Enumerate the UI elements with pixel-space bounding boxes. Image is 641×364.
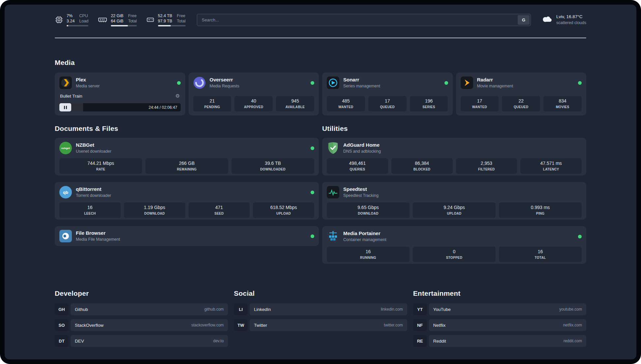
stat-pending: 21 PENDING [193, 96, 231, 111]
stat-movies: 834 MOVIES [543, 96, 582, 111]
playback-progress-bar[interactable]: 24:44 / 02:06:47 [59, 103, 181, 111]
bookmark-reddit[interactable]: RE Reddit reddit.com [413, 335, 586, 347]
plex-card[interactable]: Plex Media server Bullet Train ⚙ [55, 73, 185, 115]
card-title: Plex [76, 76, 100, 83]
section-documents: Documents & Files nzbget NZBGet Usenet d… [55, 125, 319, 270]
stat-latency: 47.571 ms LATENCY [520, 158, 582, 174]
bookmark-name: Netflix [433, 323, 446, 328]
cpu-load-label: Load [79, 18, 88, 24]
stat-remaining: 266 GB REMAINING [145, 158, 228, 174]
disk-total-label: Total [177, 18, 185, 24]
pause-button[interactable] [59, 103, 71, 111]
stat-wanted: 17 WANTED [461, 96, 499, 111]
qbittorrent-card[interactable]: qb qBittorrent Torrent downloader 16 [55, 182, 319, 220]
bookmark-github[interactable]: GH Github github.com [55, 303, 228, 315]
portainer-card[interactable]: Media Portainer Container management 16 … [322, 226, 586, 264]
bookmark-name: Github [75, 307, 88, 312]
bookmark-url: reddit.com [564, 339, 582, 343]
bookmark-abbr: DT [55, 335, 69, 347]
bookmark-url: youtube.com [559, 307, 582, 312]
nzbget-card[interactable]: nzbget NZBGet Usenet downloader 744.21 M… [55, 138, 319, 175]
bookmark-abbr: NF [413, 319, 427, 331]
bookmark-name: Twitter [254, 323, 267, 328]
disk-usage-bar [158, 25, 186, 26]
weather-widget: Lviv, 16.87°C scattered clouds [541, 14, 586, 25]
stat-ping: 0.993 ms PING [499, 202, 582, 218]
bookmark-abbr: GH [55, 303, 69, 315]
sonarr-card[interactable]: Sonarr Series management 485 WANTED [322, 73, 453, 115]
card-title: Speedtest [343, 186, 379, 193]
card-title: File Browser [76, 230, 120, 236]
card-title: Sonarr [343, 76, 380, 83]
stat-queued: 22 QUEUED [502, 96, 540, 111]
card-title: NZBGet [76, 142, 111, 148]
bookmark-url: stackoverflow.com [191, 323, 224, 327]
bookmark-stackoverflow[interactable]: SO StackOverflow stackoverflow.com [55, 319, 228, 331]
stat-upload: 9.24 Gbps UPLOAD [413, 202, 496, 218]
bookmark-url: linkedin.com [381, 307, 403, 312]
stat-leech: 16 LEECH [59, 202, 121, 218]
nzbget-icon: nzbget [59, 142, 72, 154]
section-developer: Developer GH Github github.com SO StackO… [55, 289, 228, 351]
stat-approved: 40 APPROVED [234, 96, 273, 111]
stat-running: 16 RUNNING [327, 247, 410, 262]
status-dot [311, 234, 314, 238]
memory-free-value: 22 GiB [111, 13, 123, 18]
stat-queries: 498,461 QUERIES [327, 158, 388, 174]
card-title: Media Portainer [343, 230, 386, 237]
stat-stopped: 0 STOPPED [413, 247, 496, 262]
stat-series: 196 SERIES [410, 96, 448, 111]
bookmark-name: YouTube [433, 307, 451, 312]
weather-condition: scattered clouds [556, 20, 586, 26]
adguard-card[interactable]: AdGuard Home DNS and adblocking 498,461 … [322, 138, 586, 175]
bookmark-name: Reddit [433, 339, 446, 344]
section-utilities: Utilities Ad [322, 125, 586, 270]
section-title-social: Social [234, 289, 407, 297]
settings-icon[interactable]: ⚙ [175, 93, 180, 99]
bookmark-dev[interactable]: DT DEV dev.to [55, 335, 228, 347]
card-title: Radarr [477, 76, 513, 83]
bookmark-twitter[interactable]: TW Twitter twitter.com [234, 319, 407, 331]
bookmark-abbr: YT [413, 303, 427, 315]
bookmark-netflix[interactable]: NF Netflix netflix.com [413, 319, 586, 331]
plex-icon [59, 76, 72, 89]
cpu-icon [55, 15, 63, 24]
bookmark-url: dev.to [213, 339, 224, 343]
playback-time: 24:44 / 02:06:47 [149, 105, 181, 110]
memory-icon [98, 15, 107, 24]
overseerr-icon [193, 76, 206, 89]
card-subtitle: DNS and adblocking [343, 149, 381, 154]
card-subtitle: Movie management [477, 83, 513, 89]
cpu-usage-bar [67, 25, 88, 26]
bookmark-url: netflix.com [563, 323, 582, 327]
radarr-card[interactable]: Radarr Movie management 17 WANTED 2 [456, 73, 587, 115]
status-dot [311, 191, 314, 194]
search-input[interactable] [197, 14, 531, 26]
cpu-label: CPU [79, 13, 88, 18]
cpu-percent: 7% [67, 13, 75, 18]
bookmark-name: LinkedIn [254, 307, 271, 312]
status-dot [311, 146, 314, 150]
disk-total-value: 97.9 TB [158, 18, 172, 24]
disk-widget: 52.4 TB 97.9 TB Free Total [146, 13, 186, 27]
card-subtitle: Series management [343, 83, 380, 89]
section-entertainment: Entertainment YT YouTube youtube.com NF … [413, 289, 586, 351]
section-title-entertainment: Entertainment [413, 289, 586, 297]
sonarr-icon [327, 76, 339, 89]
bookmark-abbr: TW [234, 319, 248, 331]
overseerr-card[interactable]: Overseerr Media Requests 21 PENDING [189, 73, 319, 115]
bookmark-youtube[interactable]: YT YouTube youtube.com [413, 303, 586, 315]
filebrowser-card[interactable]: File Browser Media File Management [55, 226, 319, 246]
section-media: Media [55, 59, 586, 115]
section-title-documents: Documents & Files [55, 125, 319, 133]
bookmark-name: DEV [75, 339, 84, 344]
adguard-icon [327, 142, 339, 154]
card-title: Overseerr [210, 76, 239, 83]
speedtest-card[interactable]: Speedtest Speedtest Tracking 9.65 Gbps D… [322, 182, 586, 220]
stat-total: 16 TOTAL [499, 247, 582, 262]
bookmark-url: twitter.com [384, 323, 403, 327]
bookmark-abbr: SO [55, 319, 69, 331]
bookmark-linkedin[interactable]: LI LinkedIn linkedin.com [234, 303, 407, 315]
search-provider-button[interactable]: G [518, 15, 530, 25]
stat-queued: 17 QUEUED [368, 96, 407, 111]
